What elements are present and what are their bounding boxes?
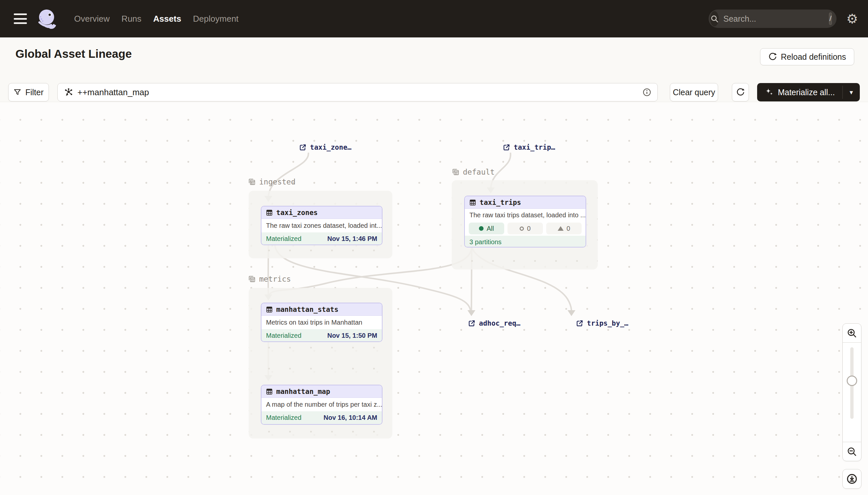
external-asset-label: adhoc_req…	[479, 319, 520, 327]
asset-footer: Materialized Nov 15, 1:46 PM	[262, 233, 382, 245]
asset-description: Metrics on taxi trips in Manhattan	[262, 316, 382, 329]
asset-footer: Materialized Nov 16, 10:14 AM	[262, 411, 382, 424]
nav-item-assets[interactable]: Assets	[153, 14, 181, 24]
materialized-timestamp[interactable]: Nov 15, 1:50 PM	[327, 332, 377, 339]
asset-description: A map of the number of trips per taxi z.…	[262, 398, 382, 411]
asset-node-taxi-trips[interactable]: taxi_trips The raw taxi trips dataset, l…	[464, 195, 586, 248]
group-label-text: ingested	[259, 177, 296, 186]
hamburger-menu-icon[interactable]	[14, 14, 27, 24]
arrowhead	[568, 310, 575, 316]
lineage-edges	[0, 102, 868, 495]
reload-definitions-button[interactable]: Reload definitions	[760, 48, 854, 65]
clear-query-button[interactable]: Clear query	[670, 83, 718, 101]
asset-selection-query[interactable]	[57, 83, 658, 101]
partition-health-row: All 0 0	[465, 221, 586, 236]
external-link-icon	[468, 319, 476, 327]
search-shortcut-badge: /	[829, 13, 832, 25]
asset-node-header: manhattan_stats	[262, 303, 382, 316]
settings-gear-icon[interactable]: ⚙	[845, 12, 860, 26]
group-table-stack-icon	[452, 168, 460, 176]
search-input[interactable]	[723, 14, 829, 24]
external-link-icon	[502, 143, 510, 151]
dagster-logo-icon[interactable]	[36, 8, 57, 29]
external-link-icon	[299, 143, 307, 151]
nav-item-overview[interactable]: Overview	[74, 14, 110, 24]
asset-description: The raw taxi zones dataset, loaded int..…	[262, 219, 382, 233]
nav-item-runs[interactable]: Runs	[121, 14, 141, 24]
pill-label: All	[486, 225, 494, 233]
zoom-slider[interactable]	[843, 343, 861, 442]
query-input[interactable]	[77, 87, 642, 98]
external-asset-label: taxi_zone…	[310, 143, 351, 151]
materialized-timestamp[interactable]: Nov 16, 10:14 AM	[323, 414, 377, 422]
nav-item-deployment[interactable]: Deployment	[193, 14, 238, 24]
asset-title: manhattan_map	[276, 388, 330, 395]
asset-title: taxi_zones	[276, 209, 318, 217]
asset-title: taxi_trips	[480, 199, 521, 206]
external-asset-trips-by[interactable]: trips_by_…	[576, 319, 628, 327]
success-dot-icon	[479, 226, 483, 231]
asset-footer: 3 partitions	[465, 236, 586, 248]
global-search[interactable]: /	[709, 10, 836, 28]
partitions-failed-pill[interactable]: 0	[546, 223, 582, 234]
external-asset-adhoc-req[interactable]: adhoc_req…	[468, 319, 520, 327]
materialize-all-button[interactable]: Materialize all...	[757, 83, 843, 101]
pill-label: 0	[567, 225, 570, 233]
materialized-status: Materialized	[266, 235, 301, 243]
triangle-icon	[558, 226, 564, 231]
zoom-out-button[interactable]	[843, 442, 861, 461]
table-icon	[266, 388, 273, 395]
group-label-text: metrics	[259, 275, 291, 283]
pill-label: 0	[527, 225, 530, 233]
asset-node-manhattan-stats[interactable]: manhattan_stats Metrics on taxi trips in…	[261, 303, 383, 342]
dagster-app: Overview Runs Assets Deployment / ⚙ Glob…	[0, 0, 868, 495]
refresh-icon	[736, 88, 745, 97]
asset-node-manhattan-map[interactable]: manhattan_map A map of the number of tri…	[261, 385, 383, 425]
group-table-stack-icon	[248, 178, 256, 186]
asset-description: The raw taxi trips dataset, loaded into …	[465, 209, 586, 221]
asset-node-header: taxi_zones	[262, 206, 382, 219]
edge-taxizone-ext-to-taxizones	[268, 153, 308, 197]
table-icon	[266, 306, 273, 313]
external-link-icon	[576, 319, 584, 327]
group-label-default[interactable]: default	[452, 168, 495, 176]
filter-label: Filter	[25, 88, 43, 97]
asset-title: manhattan_stats	[276, 306, 339, 313]
primary-nav: Overview Runs Assets Deployment	[74, 14, 238, 24]
partitions-count[interactable]: 3 partitions	[470, 238, 501, 246]
materialized-timestamp[interactable]: Nov 15, 1:46 PM	[327, 235, 377, 243]
topbar-right: / ⚙	[709, 10, 860, 28]
download-image-button[interactable]	[843, 469, 862, 489]
external-asset-taxi-zone[interactable]: taxi_zone…	[299, 143, 351, 151]
clear-query-label: Clear query	[673, 88, 715, 97]
dag-graph-icon	[64, 88, 73, 97]
external-asset-taxi-trip[interactable]: taxi_trip…	[502, 143, 555, 151]
group-label-text: default	[463, 168, 495, 176]
filter-button[interactable]: Filter	[8, 83, 49, 101]
materialized-status: Materialized	[266, 332, 301, 339]
asset-node-header: taxi_trips	[465, 196, 586, 209]
zoom-in-button[interactable]	[843, 324, 861, 343]
lineage-canvas[interactable]: ingested default metrics	[0, 102, 868, 495]
table-icon	[469, 199, 476, 206]
download-icon	[846, 473, 857, 484]
refresh-graph-button[interactable]	[732, 83, 749, 101]
sparkles-icon	[765, 88, 774, 97]
page-title: Global Asset Lineage	[15, 47, 132, 61]
external-asset-label: trips_by_…	[587, 319, 628, 327]
arrowhead	[467, 310, 475, 316]
partitions-missing-pill[interactable]: 0	[508, 223, 543, 234]
materialized-status: Materialized	[266, 414, 301, 422]
zoom-slider-thumb[interactable]	[847, 376, 857, 386]
materialize-dropdown-caret[interactable]: ▾	[843, 83, 860, 101]
group-label-ingested[interactable]: ingested	[248, 177, 296, 186]
asset-node-taxi-zones[interactable]: taxi_zones The raw taxi zones dataset, l…	[261, 206, 383, 245]
group-label-metrics[interactable]: metrics	[248, 275, 291, 283]
query-info-icon[interactable]	[642, 88, 652, 97]
materialize-all-split-button: Materialize all... ▾	[757, 83, 860, 101]
partitions-all-pill[interactable]: All	[469, 223, 504, 234]
external-asset-label: taxi_trip…	[514, 143, 555, 151]
zoom-controls	[843, 323, 862, 461]
group-table-stack-icon	[248, 275, 256, 283]
top-navigation-bar: Overview Runs Assets Deployment / ⚙	[0, 0, 868, 37]
